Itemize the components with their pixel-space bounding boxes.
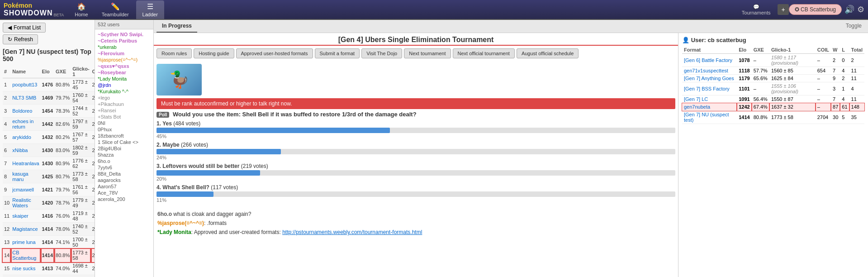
chat-user-item[interactable]: ~Ceteris Paribus xyxy=(97,38,152,44)
chat-user-item[interactable]: *Lady Monita xyxy=(97,76,152,82)
stats-format[interactable]: [Gen 7] NU (suspect test) xyxy=(682,111,737,124)
name-cell[interactable]: Realistic Waters xyxy=(11,196,40,210)
add-chat-button[interactable]: + xyxy=(778,4,788,15)
poll-option: 4. What's Shell Bell? (117 votes) 11% xyxy=(157,184,675,203)
name-cell[interactable]: jcmaxwell xyxy=(11,183,40,196)
name-cell[interactable]: NLT3 SMB xyxy=(11,91,40,105)
stats-w: 3 xyxy=(831,82,840,96)
toggle-button[interactable]: Toggle xyxy=(842,20,865,33)
msg-username[interactable]: 6ho.o xyxy=(157,211,172,217)
settings-button[interactable]: ⚙ xyxy=(857,5,864,14)
name-cell[interactable]: poopbutt13 xyxy=(11,78,40,91)
chat-user-item[interactable]: 7yytv6 xyxy=(97,164,152,171)
user-stats-panel: 👤 User: cb scatterbug FormatEloGXEGlicko… xyxy=(678,33,868,277)
msg-username[interactable]: %jasprose(=^~^=) xyxy=(157,220,204,226)
msg-link[interactable]: http://pstournaments.weebly.com/tourname… xyxy=(282,229,422,235)
col-elo: Elo xyxy=(41,65,54,78)
chat-user-item[interactable]: +Pikachuun xyxy=(97,101,152,107)
name-cell[interactable]: Magistance xyxy=(11,223,40,236)
user-name-button[interactable]: ✪ CB Scatterbug xyxy=(789,4,842,15)
col-glicko: Glicko-1 xyxy=(71,65,90,78)
nav-tabs: 🏠 Home ✏️ Teambuilder ☰ Ladder xyxy=(68,0,164,19)
next-official-btn[interactable]: Next official tournament xyxy=(453,48,515,58)
tournament-img-area: 🦆 xyxy=(154,61,678,98)
chat-user-item[interactable]: 8Bit_Delta xyxy=(97,171,152,177)
stats-row: gen7nubeta 1242 67.4% 1637 ± 32 – 87 61 … xyxy=(682,103,864,111)
next-tournament-btn[interactable]: Next tournament xyxy=(404,48,451,58)
name-cell[interactable]: arykiddo xyxy=(11,131,40,144)
chat-user-item[interactable]: acerola_200 xyxy=(97,196,152,202)
gxe-cell: 80.7% xyxy=(54,170,71,183)
room-rules-btn[interactable]: Room rules xyxy=(157,48,192,58)
tournaments-button[interactable]: 💬 Tournaments xyxy=(736,2,776,17)
glicko-cell: 1744 ± 52 xyxy=(71,105,90,118)
chat-user-item[interactable]: 0NI xyxy=(97,120,152,126)
chat-user-item[interactable]: +Stats Bot xyxy=(97,114,152,120)
nav-tab-ladder[interactable]: ☰ Ladder xyxy=(136,0,164,19)
name-cell[interactable]: echoes in return xyxy=(11,118,40,131)
msg-text: : Approved and user-created formats: xyxy=(191,229,282,235)
chat-user-item[interactable]: aagarocks xyxy=(97,177,152,183)
chat-user-item[interactable]: %jasprose(=^~^=) xyxy=(97,57,152,63)
table-row: 2 NLT3 SMB 1469 79.7% 1760 ± 54 2727.6 xyxy=(3,91,95,105)
coil-cell: 2704.4 xyxy=(91,249,95,262)
stats-format[interactable]: gen71v1suspecttest xyxy=(682,67,737,75)
august-schedule-btn[interactable]: August official schedule xyxy=(517,48,579,58)
stats-gxe: 65.6% xyxy=(752,75,769,82)
chat-user-item[interactable]: 18zbancroft xyxy=(97,133,152,139)
chat-messages: 6ho.o what is cloak and dagger again?%ja… xyxy=(154,208,678,277)
glicko-cell: 1740 ± 52 xyxy=(71,223,90,236)
chat-user-item[interactable]: ~Flerovium xyxy=(97,50,152,57)
stats-format[interactable]: [Gen 7] BSS Factory xyxy=(682,82,737,96)
refresh-button[interactable]: ↻ Refresh xyxy=(3,34,38,44)
chat-user-item[interactable]: ~qsxs♥^qsxs xyxy=(97,63,152,69)
stats-coil: – xyxy=(816,75,831,82)
name-cell[interactable]: kasuga maru xyxy=(11,170,40,183)
name-cell[interactable]: skaiper xyxy=(11,210,40,223)
name-cell[interactable]: Boldoreo xyxy=(11,105,40,118)
chat-user-item[interactable]: 5hazza xyxy=(97,152,152,158)
chat-user-item[interactable]: ~Roseybear xyxy=(97,69,152,76)
rank-cell: 13 xyxy=(3,236,11,249)
nav-tab-teambuilder[interactable]: ✏️ Teambuilder xyxy=(95,0,135,19)
chat-user-item[interactable]: +Ransei xyxy=(97,107,152,114)
poll-bar-container xyxy=(157,149,675,154)
name-cell[interactable]: xNibba xyxy=(11,144,40,157)
name-cell[interactable]: Heatranlava xyxy=(11,157,40,170)
chat-user-item[interactable]: 0Phux xyxy=(97,126,152,133)
visit-dojo-btn[interactable]: Visit The Dojo xyxy=(361,48,402,58)
chat-user-item[interactable]: ~Scyther NO Swipi. xyxy=(97,31,152,38)
chat-user-item[interactable]: 1 Slice of Cake <> xyxy=(97,139,152,145)
sound-button[interactable]: 🔊 xyxy=(844,5,854,14)
elo-cell: 1476 xyxy=(41,78,54,91)
chat-user-item[interactable]: 2Big4UBoi xyxy=(97,145,152,152)
chat-user-item[interactable]: *Kurukaito ^-^ xyxy=(97,88,152,95)
coil-cell: 2734.8 xyxy=(91,105,95,118)
tab-in-progress[interactable]: In Progress xyxy=(157,20,197,33)
msg-username[interactable]: *Lady Monita xyxy=(157,229,191,235)
name-cell[interactable]: CB Scatterbug xyxy=(11,249,40,262)
rank-cell: 2 xyxy=(3,91,11,105)
stats-format[interactable]: [Gen 7] LC xyxy=(682,96,737,103)
name-cell[interactable]: prime luna xyxy=(11,236,40,249)
chat-user-item[interactable]: Ace_78V xyxy=(97,190,152,196)
stats-format[interactable]: [Gen 6] Battle Factory xyxy=(682,54,737,67)
elo-cell: 1430 xyxy=(41,157,54,170)
chat-user-item[interactable]: +lego xyxy=(97,95,152,101)
approved-formats-btn[interactable]: Approved user-hosted formats xyxy=(236,48,313,58)
stats-format[interactable]: gen7nubeta xyxy=(682,103,737,111)
chat-user-item[interactable]: *urkerab xyxy=(97,44,152,50)
chat-user-item[interactable]: Aaron57 xyxy=(97,183,152,190)
chat-user-item[interactable]: @jrdn xyxy=(97,82,152,88)
name-cell[interactable]: pmtj7 xyxy=(11,275,40,277)
stats-table: FormatEloGXEGlicko-1COILWLTotal [Gen 6] … xyxy=(682,46,864,124)
stats-format[interactable]: [Gen 7] Anything Goes xyxy=(682,75,737,82)
hosting-guide-btn[interactable]: Hosting guide xyxy=(194,48,234,58)
stats-coil: – xyxy=(816,96,831,103)
chat-user-item[interactable]: 6ho.o xyxy=(97,158,152,164)
nav-tab-home[interactable]: 🏠 Home xyxy=(68,0,94,19)
poll-option-label: 3. Leftovers would still be better (219 … xyxy=(157,163,675,169)
name-cell[interactable]: nise sucks xyxy=(11,262,40,275)
format-list-button[interactable]: ◀ Format List xyxy=(3,23,46,33)
submit-format-btn[interactable]: Submit a format xyxy=(315,48,360,58)
